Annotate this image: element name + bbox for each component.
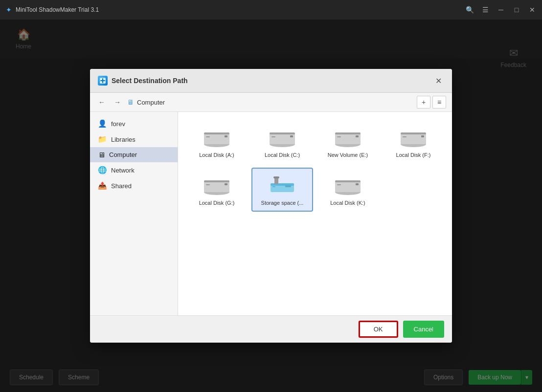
dialog-nav: ← → 🖥 Computer + ≡ <box>90 93 452 112</box>
svg-rect-23 <box>204 180 229 182</box>
tree-item-shared[interactable]: 📤 Shared <box>90 178 178 194</box>
libraries-icon: 📁 <box>98 135 107 144</box>
tree-item-forev-label: forev <box>111 120 125 128</box>
svg-rect-13 <box>335 132 361 134</box>
svg-rect-8 <box>270 132 295 134</box>
tree-item-forev[interactable]: 👤 forev <box>90 116 178 131</box>
svg-rect-15 <box>337 136 341 137</box>
storage-label: Storage space (... <box>261 200 304 206</box>
drive-k-label: Local Disk (K:) <box>330 200 365 206</box>
svg-rect-18 <box>401 132 426 134</box>
tree-item-shared-label: Shared <box>111 182 132 190</box>
drive-f-label: Local Disk (F:) <box>396 152 431 158</box>
dialog-close-button[interactable]: ✕ <box>432 75 444 87</box>
svg-rect-25 <box>206 184 210 185</box>
app-title: MiniTool ShadowMaker Trial 3.1 <box>16 6 99 13</box>
close-btn[interactable]: ✕ <box>526 4 538 16</box>
left-panel: 👤 forev 📁 Libraries 🖥 Computer 🌐 Network <box>90 112 178 315</box>
menu-btn[interactable]: ☰ <box>479 4 491 16</box>
maximize-btn[interactable]: □ <box>511 4 522 16</box>
dialog-footer: OK Cancel <box>90 315 452 343</box>
tree-item-libraries[interactable]: 📁 Libraries <box>90 131 178 147</box>
dialog-body: 👤 forev 📁 Libraries 🖥 Computer 🌐 Network <box>90 112 452 315</box>
drive-e[interactable]: New Volume (E:) <box>317 120 379 164</box>
drive-k[interactable]: Local Disk (K:) <box>317 168 379 212</box>
drive-f[interactable]: Local Disk (F:) <box>383 120 444 164</box>
ok-button[interactable]: OK <box>359 321 398 338</box>
tree-item-libraries-label: Libraries <box>111 136 136 143</box>
right-panel: Local Disk (A:) Local Disk (C:) <box>178 112 452 315</box>
path-computer-icon: 🖥 <box>127 98 134 106</box>
svg-rect-31 <box>272 186 275 187</box>
svg-rect-5 <box>206 136 210 137</box>
drive-g[interactable]: Local Disk (G:) <box>186 168 248 212</box>
window-controls: 🔍 ☰ ─ □ ✕ <box>464 4 538 16</box>
tree-item-network[interactable]: 🌐 Network <box>90 162 178 178</box>
minimize-btn[interactable]: ─ <box>495 4 507 16</box>
svg-rect-35 <box>356 183 359 185</box>
shared-icon: 📤 <box>98 181 107 190</box>
title-bar: ✦ MiniTool ShadowMaker Trial 3.1 🔍 ☰ ─ □… <box>0 0 542 20</box>
drive-f-icon <box>398 126 429 149</box>
drive-a-icon <box>201 126 232 149</box>
drive-a-label: Local Disk (A:) <box>199 152 234 158</box>
svg-rect-28 <box>274 177 278 184</box>
dialog-title-bar: Select Destination Path ✕ <box>90 69 452 93</box>
path-label: Computer <box>137 99 165 106</box>
forward-button[interactable]: → <box>112 96 123 108</box>
svg-rect-10 <box>271 136 275 137</box>
svg-rect-36 <box>337 184 341 185</box>
search-btn[interactable]: 🔍 <box>464 4 475 16</box>
svg-rect-30 <box>285 185 291 187</box>
cancel-button[interactable]: Cancel <box>403 321 444 338</box>
app-icon: ✦ <box>6 6 12 14</box>
nav-path: 🖥 Computer <box>127 98 413 106</box>
drive-g-icon <box>201 174 232 197</box>
svg-rect-24 <box>225 183 227 185</box>
drive-a[interactable]: Local Disk (A:) <box>186 120 248 164</box>
svg-rect-34 <box>335 180 361 182</box>
select-destination-dialog: Select Destination Path ✕ ← → 🖥 Computer… <box>90 69 452 343</box>
svg-rect-20 <box>403 136 406 137</box>
tree-item-computer-label: Computer <box>109 151 137 158</box>
dialog-icon <box>98 76 108 86</box>
tree-item-network-label: Network <box>111 167 135 174</box>
network-icon: 🌐 <box>98 166 107 174</box>
app-area: 🏠 Home ✉ Feedback Schedule Scheme Option… <box>0 20 542 392</box>
storage-icon <box>267 174 298 197</box>
dialog-title: Select Destination Path <box>112 77 429 85</box>
drive-g-label: Local Disk (G:) <box>199 200 235 206</box>
view-toggle-button[interactable]: ≡ <box>432 96 446 109</box>
svg-rect-29 <box>273 176 279 178</box>
computer-icon: 🖥 <box>98 151 105 159</box>
svg-rect-9 <box>290 135 293 137</box>
drive-c-icon <box>267 126 298 149</box>
new-folder-button[interactable]: + <box>417 96 430 109</box>
drive-k-icon <box>332 174 363 197</box>
dialog-nav-actions: + ≡ <box>417 96 446 109</box>
forev-icon: 👤 <box>98 119 107 128</box>
svg-rect-4 <box>225 135 227 137</box>
modal-overlay: Select Destination Path ✕ ← → 🖥 Computer… <box>0 20 542 392</box>
drive-e-icon <box>332 126 363 149</box>
svg-rect-19 <box>421 135 424 137</box>
tree-item-computer[interactable]: 🖥 Computer <box>90 147 178 162</box>
drive-c-label: Local Disk (C:) <box>265 152 300 158</box>
svg-rect-14 <box>356 135 359 137</box>
drive-storage[interactable]: Storage space (... <box>251 168 313 212</box>
drive-c[interactable]: Local Disk (C:) <box>251 120 313 164</box>
back-button[interactable]: ← <box>96 96 108 108</box>
drive-e-label: New Volume (E:) <box>328 152 368 158</box>
svg-rect-3 <box>204 132 229 134</box>
